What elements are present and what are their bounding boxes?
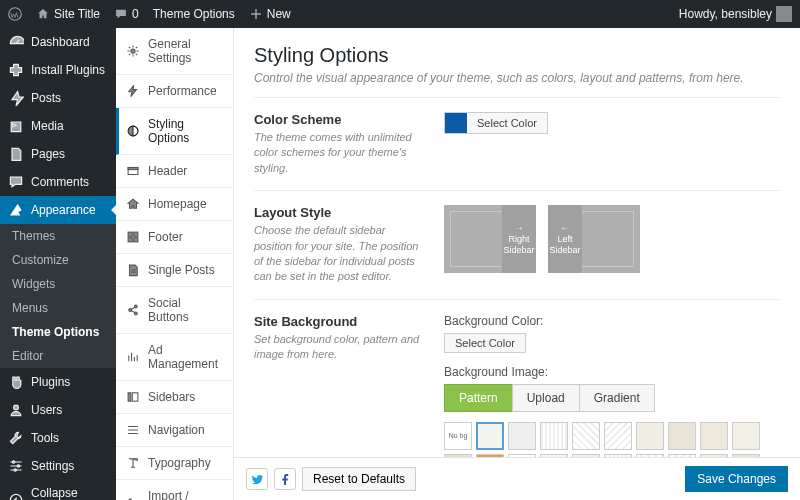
wpmenu-appearance[interactable]: Appearance	[0, 196, 116, 224]
svg-rect-12	[128, 238, 132, 242]
wpmenu-plugins[interactable]: Plugins	[0, 368, 116, 396]
pattern-1[interactable]	[476, 422, 504, 450]
select-color-button[interactable]: Select Color	[444, 112, 548, 134]
wpmenu-tools[interactable]: Tools	[0, 424, 116, 452]
svg-rect-18	[132, 393, 138, 401]
bgimg-label: Background Image:	[444, 365, 780, 379]
howdy-user[interactable]: Howdy, bensibley	[679, 6, 792, 22]
wpmenu-sub-menus[interactable]: Menus	[0, 296, 116, 320]
pattern-3[interactable]	[540, 422, 568, 450]
wpmenu-sub-customize[interactable]: Customize	[0, 248, 116, 272]
optmenu-homepage[interactable]: Homepage	[116, 188, 233, 221]
svg-point-1	[14, 405, 19, 410]
optmenu-performance[interactable]: Performance	[116, 75, 233, 108]
optmenu-typography[interactable]: Typography	[116, 447, 233, 480]
pattern-4[interactable]	[572, 422, 600, 450]
facebook-icon[interactable]	[274, 468, 296, 490]
wpmenu-media[interactable]: Media	[0, 112, 116, 140]
page-title: Styling Options	[254, 44, 780, 67]
optmenu-styling-options[interactable]: Styling Options	[116, 108, 233, 155]
section-layout-style: Layout Style Choose the default sidebar …	[254, 190, 780, 299]
pattern-5[interactable]	[604, 422, 632, 450]
options-sidebar: General SettingsPerformanceStyling Optio…	[116, 28, 234, 500]
optmenu-header[interactable]: Header	[116, 155, 233, 188]
optmenu-single-posts[interactable]: Single Posts	[116, 254, 233, 287]
save-button[interactable]: Save Changes	[685, 466, 788, 492]
svg-point-3	[17, 465, 19, 467]
bgimg-tabs: PatternUploadGradient	[444, 384, 780, 412]
color-scheme-title: Color Scheme	[254, 112, 424, 127]
pattern-7[interactable]	[668, 422, 696, 450]
layout-right-sidebar[interactable]: →Right Sidebar	[444, 205, 536, 273]
wpmenu-sub-theme-options[interactable]: Theme Options	[0, 320, 116, 344]
color-scheme-desc: The theme comes with unlimited color sch…	[254, 130, 424, 176]
color-swatch	[445, 113, 467, 133]
wpmenu-install-plugins[interactable]: Install Plugins	[0, 56, 116, 84]
wpmenu-pages[interactable]: Pages	[0, 140, 116, 168]
svg-rect-11	[134, 232, 138, 236]
tab-pattern[interactable]: Pattern	[444, 384, 513, 412]
comments-link[interactable]: 0	[114, 7, 139, 21]
layout-style-desc: Choose the default sidebar position for …	[254, 223, 424, 285]
pattern-9[interactable]	[732, 422, 760, 450]
optmenu-general-settings[interactable]: General Settings	[116, 28, 233, 75]
admin-topbar: Site Title 0 Theme Options New Howdy, be…	[0, 0, 800, 28]
optmenu-ad-management[interactable]: Ad Management	[116, 334, 233, 381]
site-link[interactable]: Site Title	[36, 7, 100, 21]
wp-logo-icon[interactable]	[8, 7, 22, 21]
pattern-8[interactable]	[700, 422, 728, 450]
pattern-0[interactable]: No bg	[444, 422, 472, 450]
svg-point-2	[12, 461, 14, 463]
svg-point-4	[14, 469, 16, 471]
new-link[interactable]: New	[249, 7, 291, 21]
layout-left-sidebar[interactable]: ←Left Sidebar	[548, 205, 640, 273]
wpmenu-sub-themes[interactable]: Themes	[0, 224, 116, 248]
wpmenu-dashboard[interactable]: Dashboard	[0, 28, 116, 56]
bgcolor-label: Background Color:	[444, 314, 780, 328]
footer-bar: Reset to Defaults Save Changes	[234, 457, 800, 500]
optmenu-navigation[interactable]: Navigation	[116, 414, 233, 447]
wpmenu-settings[interactable]: Settings	[0, 452, 116, 480]
svg-rect-17	[128, 393, 131, 401]
reset-button[interactable]: Reset to Defaults	[302, 467, 416, 491]
wpmenu-collapse-menu[interactable]: Collapse menu	[0, 480, 116, 500]
optmenu-social-buttons[interactable]: Social Buttons	[116, 287, 233, 334]
pattern-6[interactable]	[636, 422, 664, 450]
wpmenu-sub-editor[interactable]: Editor	[0, 344, 116, 368]
bgcolor-button[interactable]: Select Color	[444, 333, 526, 353]
svg-point-6	[131, 49, 135, 53]
layout-style-title: Layout Style	[254, 205, 424, 220]
wpmenu-users[interactable]: Users	[0, 396, 116, 424]
svg-point-14	[129, 309, 132, 312]
tab-gradient[interactable]: Gradient	[579, 384, 655, 412]
theme-options-link[interactable]: Theme Options	[153, 7, 235, 21]
wpmenu-posts[interactable]: Posts	[0, 84, 116, 112]
wpmenu-comments[interactable]: Comments	[0, 168, 116, 196]
svg-rect-9	[128, 168, 138, 170]
svg-rect-13	[134, 238, 138, 242]
tab-upload[interactable]: Upload	[512, 384, 580, 412]
svg-rect-10	[128, 232, 132, 236]
main-panel: Styling Options Control the visual appea…	[234, 28, 800, 500]
page-subtitle: Control the visual appearance of your th…	[254, 71, 780, 85]
optmenu-sidebars[interactable]: Sidebars	[116, 381, 233, 414]
wpmenu-sub-widgets[interactable]: Widgets	[0, 272, 116, 296]
site-bg-title: Site Background	[254, 314, 424, 329]
section-color-scheme: Color Scheme The theme comes with unlimi…	[254, 97, 780, 190]
avatar	[776, 6, 792, 22]
twitter-icon[interactable]	[246, 468, 268, 490]
wp-admin-menu: DashboardInstall PluginsPostsMediaPagesC…	[0, 28, 116, 500]
site-bg-desc: Set background color, pattern and image …	[254, 332, 424, 363]
pattern-2[interactable]	[508, 422, 536, 450]
optmenu-import-export[interactable]: Import / Export	[116, 480, 233, 500]
optmenu-footer[interactable]: Footer	[116, 221, 233, 254]
